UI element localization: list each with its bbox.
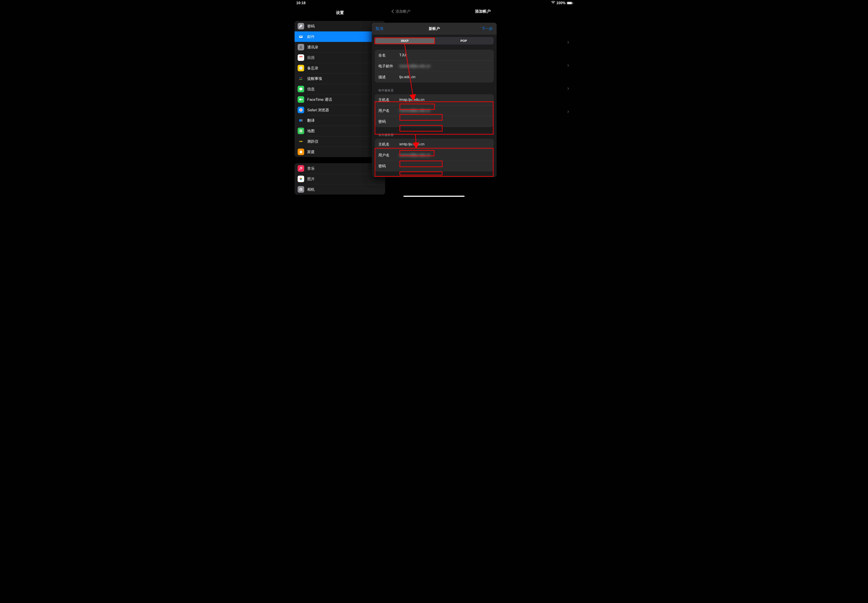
outgoing-user-label: 用户名 [378,153,399,158]
sidebar-item-8[interactable]: Safari 浏览器 [295,105,385,115]
detail-title: 添加帐户 [475,9,491,14]
sidebar-item-label: 音乐 [307,166,315,171]
modal-header: 取消 新帐户 下一步 [372,23,497,34]
field-outgoing-host[interactable]: 主机名 smtp.tju.edu.cn [375,139,494,150]
sidebar-item-4[interactable]: 备忘录 [295,63,385,73]
sidebar-item-label: FaceTime 通话 [307,97,332,102]
sidebar-item-6[interactable]: 信息 [295,84,385,94]
full-name-value: TJU [399,53,406,57]
sidebar-item-2[interactable]: 通讯录 [295,42,385,53]
incoming-host-label: 主机名 [378,97,399,102]
sidebar-title: 设置 [291,6,388,19]
wifi-icon [551,1,555,5]
field-full-name[interactable]: 全名 TJU [375,50,494,61]
cancel-button[interactable]: 取消 [376,26,383,31]
field-incoming-host[interactable]: 主机名 imap.tju.edu.cn [375,94,494,105]
svg-point-9 [300,79,301,80]
chevron-right-icon [566,64,569,66]
sidebar-item-3[interactable]: 日历 [295,53,385,63]
battery-percent: 100% [556,1,566,5]
form-group-account: 全名 TJU 电子邮件 xxxxxx@tju.edu.cn 描述 tju.edu… [375,50,494,82]
full-name-label: 全名 [378,53,399,58]
svg-point-0 [300,46,302,47]
sidebar-item-1[interactable]: 邮件 [295,31,385,42]
home-icon [298,148,304,155]
sidebar-item-10[interactable]: 地图 [295,126,385,136]
camera-icon [298,186,304,193]
sidebar-item-label: 翻译 [307,118,315,123]
segment-pop[interactable]: POP [434,37,493,44]
translate-icon [298,117,304,124]
sidebar-item-label: 家庭 [307,150,315,155]
segment-imap[interactable]: IMAP [375,37,434,44]
field-outgoing-password[interactable]: 密码 [375,161,494,172]
contacts-icon [298,44,304,50]
back-label: 添加帐户 [396,9,410,14]
sidebar-item-label: 照片 [307,176,315,181]
facetime-icon [298,96,304,103]
chevron-right-icon [566,87,569,90]
measure-icon [298,138,304,145]
outgoing-pass-label: 密码 [378,164,399,169]
sidebar-item-label: 邮件 [307,34,315,39]
section-title-outgoing: 发件服务器 [378,133,490,137]
svg-rect-2 [299,56,303,57]
notes-icon [298,65,304,71]
battery-icon [567,2,573,5]
sidebar-item-2[interactable]: 相机 [295,184,385,195]
sidebar-item-11[interactable]: 测距仪 [295,136,385,147]
svg-point-7 [300,77,301,78]
field-description[interactable]: 描述 tju.edu.cn [375,71,494,82]
incoming-pass-label: 密码 [378,119,399,124]
sidebar-item-label: 信息 [307,87,315,92]
email-value: xxxxxx@tju.edu.cn [399,64,430,68]
sidebar-item-5[interactable]: 提醒事项 [295,73,385,84]
sidebar-item-1[interactable]: 照片 [295,174,385,184]
svg-point-26 [300,189,302,190]
new-account-modal: 取消 新帐户 下一步 IMAP POP 全名 TJU 电子邮件 xxxxxx@t… [372,23,497,177]
photos-icon [298,176,304,182]
maps-icon [298,128,304,134]
outgoing-host-value: smtp.tju.edu.cn [399,142,424,146]
field-incoming-password[interactable]: 密码 [375,116,494,127]
sidebar-item-7[interactable]: FaceTime 通话 [295,94,385,105]
modal-title: 新帐户 [429,26,440,31]
svg-rect-13 [299,119,301,122]
svg-rect-11 [299,99,302,100]
sidebar-item-label: Safari 浏览器 [307,108,329,113]
safari-icon [298,107,304,113]
incoming-host-value: imap.tju.edu.cn [399,97,424,102]
sidebar-group-apps2: 音乐照片相机 [295,163,385,195]
incoming-user-value: xxxxxx@tju.edu.cn [399,108,430,113]
sidebar-item-0[interactable]: 音乐 [295,163,385,174]
form-group-incoming: 主机名 imap.tju.edu.cn 用户名 xxxxxx@tju.edu.c… [375,94,494,127]
sidebar-item-0[interactable]: 密码 [295,21,385,31]
back-button[interactable]: 添加帐户 [392,9,410,14]
mail-icon [298,33,304,40]
svg-rect-14 [301,119,303,122]
sidebar-item-label: 提醒事项 [307,76,322,81]
svg-point-10 [301,79,302,80]
home-indicator[interactable] [404,196,464,197]
field-incoming-user[interactable]: 用户名 xxxxxx@tju.edu.cn [375,105,494,116]
key-icon [298,23,304,29]
reminders-icon [298,75,304,82]
incoming-user-label: 用户名 [378,108,399,113]
email-label: 电子邮件 [378,64,399,69]
chevron-right-icon [566,110,569,113]
description-label: 描述 [378,74,399,80]
form-group-outgoing: 主机名 smtp.tju.edu.cn 用户名 xxxxxx@tju.edu.c… [375,139,494,172]
sidebar-item-label: 密码 [307,24,315,29]
detail-header: 添加帐户 添加帐户 [388,6,577,17]
field-email[interactable]: 电子邮件 xxxxxx@tju.edu.cn [375,61,494,71]
next-button[interactable]: 下一步 [481,26,493,31]
status-time: 10:18 [296,1,305,5]
svg-point-8 [301,77,302,78]
sidebar-item-9[interactable]: 翻译 [295,115,385,126]
field-outgoing-user[interactable]: 用户名 xxxxxx@tju.edu.cn [375,150,494,161]
sidebar-item-12[interactable]: 家庭 [295,147,385,157]
svg-point-25 [300,178,301,179]
section-title-incoming: 收件服务器 [378,88,490,93]
sidebar-item-label: 日历 [307,55,315,60]
music-icon [298,165,304,172]
